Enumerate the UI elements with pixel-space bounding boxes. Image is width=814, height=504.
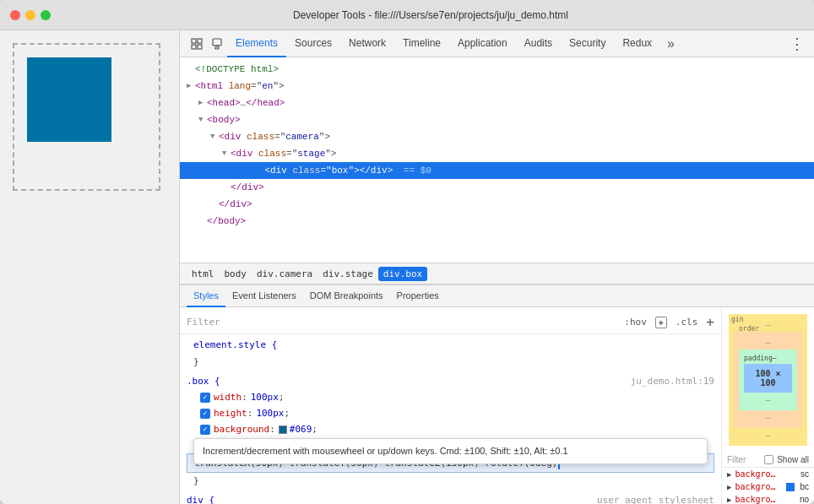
cls-filter-btn[interactable]: .cls <box>672 314 702 330</box>
backgro-item-1: ▶ backgro… sc <box>722 468 814 480</box>
border-bottom: — <box>765 412 771 423</box>
breadcrumb-html[interactable]: html <box>187 267 220 281</box>
tree-line-body[interactable]: <body> <box>180 111 814 128</box>
filter-buttons: :hov ◆ .cls + <box>621 314 714 330</box>
preview-panel <box>0 30 180 504</box>
filter-label: Filter <box>187 315 621 329</box>
transform-value-container: translateX(50px) translateY(50px) transl… <box>187 453 714 473</box>
tab-elements[interactable]: Elements <box>227 30 286 57</box>
breadcrumb-camera[interactable]: div.camera <box>252 267 317 281</box>
background-property: background: #069; <box>187 421 714 437</box>
styles-content: Filter :hov ◆ .cls + element.style { } <box>180 307 814 504</box>
tab-audits[interactable]: Audits <box>516 30 561 57</box>
tree-line-head[interactable]: <head>…</head> <box>180 95 814 111</box>
box-style-rule: ju_demo.html:19 .box { width: 100px; hei… <box>180 371 721 490</box>
window-title: Developer Tools - file:///Users/se7en/pr… <box>57 9 804 21</box>
tab-network[interactable]: Network <box>340 30 394 57</box>
tab-redux[interactable]: Redux <box>614 30 660 57</box>
tree-line-stage[interactable]: <div class="stage"> <box>180 145 814 162</box>
preview-box <box>27 57 111 142</box>
tree-line-doctype[interactable]: <!DOCTYPE html> <box>180 61 814 78</box>
tree-line-close-div2[interactable]: </div> <box>180 196 814 213</box>
tree-line-close-div[interactable]: </div> <box>180 179 814 196</box>
tree-line-camera[interactable]: <div class="camera"> <box>180 128 814 145</box>
padding-bottom: — <box>765 394 771 405</box>
box-model: gin — order — pa <box>722 307 814 453</box>
margin-label: gin <box>731 316 743 323</box>
svg-rect-1 <box>198 39 202 43</box>
tab-timeline[interactable]: Timeline <box>394 30 449 57</box>
breadcrumb-bar: html body div.camera div.stage div.box <box>180 263 814 285</box>
devtools-menu-button[interactable]: ⋮ <box>787 34 807 54</box>
element-style-rule: element.style { } <box>180 334 721 371</box>
device-icon[interactable] <box>207 34 227 54</box>
devtools-panel: Elements Sources Network Timeline Applic… <box>180 30 814 504</box>
tree-line-close-body[interactable]: </body> <box>180 213 814 230</box>
breadcrumb-body[interactable]: body <box>220 267 252 281</box>
close-button[interactable] <box>10 10 20 20</box>
tree-triangle[interactable] <box>187 79 195 94</box>
minimize-button[interactable] <box>25 10 35 20</box>
tree-line-box[interactable]: <div class="box"></div> == $0 <box>180 162 814 179</box>
preview-border <box>13 43 160 191</box>
div-style-rule: user agent stylesheet div { display : bl… <box>180 490 721 504</box>
diamond-filter-icon[interactable]: ◆ <box>655 317 667 328</box>
width-property: width: 100px; <box>187 389 714 405</box>
tab-properties[interactable]: Properties <box>390 285 446 307</box>
tree-triangle[interactable] <box>222 146 231 161</box>
height-checkbox[interactable] <box>200 409 210 419</box>
margin-bottom: — <box>765 430 771 441</box>
backgro-swatch-2 <box>786 483 795 491</box>
element-style-header: element.style { <box>187 336 714 354</box>
svg-rect-3 <box>198 45 202 49</box>
hov-filter-btn[interactable]: :hov <box>621 314 650 330</box>
inspect-icon[interactable] <box>187 34 207 54</box>
margin-box: gin — order — pa <box>729 314 807 446</box>
devtools-tabs-bar: Elements Sources Network Timeline Applic… <box>180 30 814 57</box>
user-agent-label: user agent stylesheet <box>597 493 714 504</box>
breadcrumb-stage[interactable]: div.stage <box>317 267 378 281</box>
tree-triangle[interactable] <box>210 129 219 144</box>
tree-triangle[interactable] <box>198 95 207 111</box>
lower-panel: Styles Event Listeners DOM Breakpoints P… <box>180 285 814 504</box>
styles-right-pane: gin — order — pa <box>721 307 814 504</box>
background-checkbox[interactable] <box>200 425 210 435</box>
tab-styles[interactable]: Styles <box>187 285 225 307</box>
show-all-label: Show all <box>777 455 809 464</box>
svg-rect-5 <box>215 47 219 49</box>
tree-line-html[interactable]: <html lang="en"> <box>180 78 814 95</box>
tree-triangle[interactable] <box>198 112 207 127</box>
tab-sources[interactable]: Sources <box>286 30 340 57</box>
computed-filter-bar: Filter Show all <box>722 453 814 468</box>
show-all-checkbox[interactable] <box>764 455 773 464</box>
styles-tabs-bar: Styles Event Listeners DOM Breakpoints P… <box>180 285 814 307</box>
box-rule-selector: ju_demo.html:19 .box { <box>187 373 714 389</box>
color-swatch[interactable] <box>279 425 287 434</box>
width-checkbox[interactable] <box>200 393 210 403</box>
more-tabs-button[interactable]: » <box>662 30 680 57</box>
height-property: height: 100px; <box>187 405 714 421</box>
tab-event-listeners[interactable]: Event Listeners <box>225 285 303 307</box>
tab-dom-breakpoints[interactable]: DOM Breakpoints <box>303 285 390 307</box>
transform-tooltip: Increment/decrement with mousewheel or u… <box>193 438 708 464</box>
backgro-item-3: ▶ backgro… no <box>722 493 814 504</box>
border-box: order — padding— 100 × 100 <box>734 332 802 428</box>
styles-left-pane: Filter :hov ◆ .cls + element.style { } <box>180 307 721 504</box>
backgro-item-2: ▶ backgro… bc <box>722 480 814 493</box>
elements-tree[interactable]: <!DOCTYPE html> <html lang="en"> <head>…… <box>180 57 814 263</box>
main-area: Elements Sources Network Timeline Applic… <box>0 30 814 504</box>
svg-rect-4 <box>213 39 221 46</box>
breadcrumb-box[interactable]: div.box <box>378 267 427 281</box>
div-selector: div { <box>187 495 214 504</box>
svg-rect-0 <box>192 39 196 43</box>
title-bar: Developer Tools - file:///Users/se7en/pr… <box>0 0 814 30</box>
add-style-btn[interactable]: + <box>706 315 714 329</box>
border-top: — <box>765 337 771 348</box>
tab-application[interactable]: Application <box>449 30 516 57</box>
computed-filter-label: Filter <box>727 455 761 464</box>
padding-label: padding— <box>744 355 792 362</box>
margin-top: — <box>765 319 771 330</box>
tab-security[interactable]: Security <box>561 30 614 57</box>
traffic-lights <box>10 10 51 20</box>
maximize-button[interactable] <box>41 10 51 20</box>
